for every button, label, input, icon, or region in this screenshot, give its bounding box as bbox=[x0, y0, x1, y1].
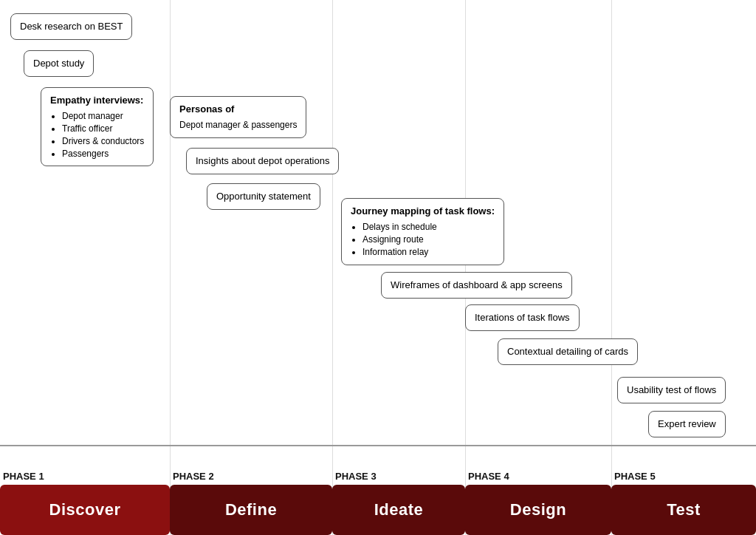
card-personas: Personas ofDepot manager & passengers bbox=[170, 96, 306, 138]
phase-box-phase4[interactable]: Design bbox=[465, 485, 611, 535]
card-list-item: Traffic officer bbox=[62, 123, 144, 135]
card-text-expert-review: Expert review bbox=[658, 418, 716, 429]
card-opportunity: Opportunity statement bbox=[207, 183, 320, 210]
card-usability: Usability test of flows bbox=[617, 377, 726, 403]
card-empathy-interviews: Empathy interviews:Depot managerTraffic … bbox=[41, 87, 154, 166]
phase-label-phase1: PHASE 1 bbox=[0, 471, 170, 482]
phase-label-phase4: PHASE 4 bbox=[465, 471, 611, 482]
card-depot-study: Depot study bbox=[24, 50, 94, 77]
card-text-usability: Usability test of flows bbox=[627, 384, 716, 395]
card-iterations: Iterations of task flows bbox=[465, 304, 580, 331]
phase-section-phase1: PHASE 1Discover bbox=[0, 446, 170, 535]
card-desk-research: Desk research on BEST bbox=[10, 13, 132, 40]
card-text-opportunity: Opportunity statement bbox=[216, 191, 311, 202]
phase-box-phase5[interactable]: Test bbox=[611, 485, 756, 535]
phase-box-phase3[interactable]: Ideate bbox=[332, 485, 465, 535]
phase-box-phase2[interactable]: Define bbox=[170, 485, 332, 535]
card-journey-mapping: Journey mapping of task flows:Delays in … bbox=[341, 198, 504, 265]
card-text-wireframes: Wireframes of dashboard & app screens bbox=[391, 279, 563, 290]
phase-label-phase3: PHASE 3 bbox=[332, 471, 465, 482]
phase-label-phase2: PHASE 2 bbox=[170, 471, 332, 482]
phases-container: PHASE 1DiscoverPHASE 2DefinePHASE 3Ideat… bbox=[0, 446, 756, 535]
phase-section-phase5: PHASE 5Test bbox=[611, 446, 756, 535]
card-text-desk-research: Desk research on BEST bbox=[20, 21, 123, 32]
card-title-journey-mapping: Journey mapping of task flows: bbox=[351, 205, 495, 218]
phase-section-phase2: PHASE 2Define bbox=[170, 446, 332, 535]
main-container: Desk research on BESTDepot studyEmpathy … bbox=[0, 0, 756, 535]
phase-label-phase5: PHASE 5 bbox=[611, 471, 756, 482]
card-text-insights: Insights about depot operations bbox=[196, 155, 329, 166]
card-list-item: Depot manager bbox=[62, 110, 144, 123]
card-text-contextual: Contextual detailing of cards bbox=[507, 346, 628, 357]
card-subtitle-personas: Depot manager & passengers bbox=[179, 119, 297, 132]
phase-section-phase4: PHASE 4Design bbox=[465, 446, 611, 535]
card-title-personas: Personas of bbox=[179, 103, 297, 116]
phase-section-phase3: PHASE 3Ideate bbox=[332, 446, 465, 535]
card-title-empathy-interviews: Empathy interviews: bbox=[50, 94, 144, 107]
phase-box-phase1[interactable]: Discover bbox=[0, 485, 170, 535]
card-insights: Insights about depot operations bbox=[186, 148, 339, 174]
card-expert-review: Expert review bbox=[648, 411, 726, 437]
card-list-item: Assigning route bbox=[362, 234, 495, 246]
card-text-iterations: Iterations of task flows bbox=[475, 312, 570, 323]
card-text-depot-study: Depot study bbox=[33, 58, 84, 69]
card-wireframes: Wireframes of dashboard & app screens bbox=[381, 272, 572, 299]
card-contextual: Contextual detailing of cards bbox=[498, 338, 638, 365]
card-list-item: Drivers & conductors bbox=[62, 135, 144, 148]
card-list-item: Passengers bbox=[62, 148, 144, 160]
card-list-item: Information relay bbox=[362, 246, 495, 259]
card-list-item: Delays in schedule bbox=[362, 221, 495, 234]
